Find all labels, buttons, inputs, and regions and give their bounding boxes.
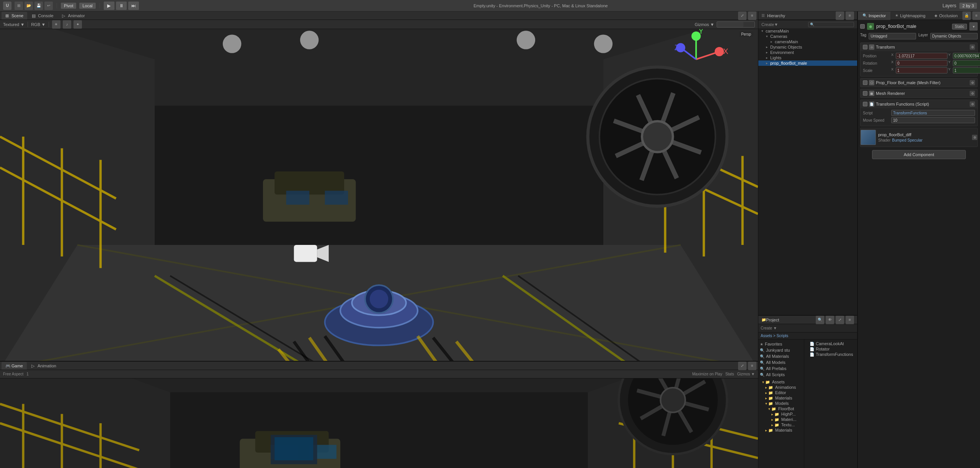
mesh-filter-btns: ⚙ — [970, 80, 975, 85]
tree-materials2[interactable]: ▸ 📁 Materials — [758, 427, 804, 433]
tab-animator[interactable]: ▷ Animator — [58, 12, 89, 20]
hierarchy-item-cameras[interactable]: ▾ Cameras — [758, 34, 857, 39]
rot-x-input[interactable] — [896, 60, 947, 66]
rot-x-label: X — [891, 60, 895, 66]
project-maximize-btn[interactable]: ⤢ — [836, 316, 844, 324]
scene-fx-icon[interactable]: ✦ — [74, 20, 82, 29]
transform-functions-header[interactable]: 📄 Transform Functions (Script) ⚙ — [861, 100, 977, 108]
mesh-renderer-header[interactable]: ▦ Mesh Renderer ⚙ — [861, 89, 977, 98]
rot-y-input[interactable] — [953, 60, 980, 66]
assets-root[interactable]: ▾ 📁 Assets — [758, 379, 804, 385]
tree-models[interactable]: ▾ 📁 Models — [758, 401, 804, 406]
tab-scene[interactable]: ⊞ Scene — [2, 12, 27, 20]
tag-dropdown[interactable]: Untagged — [869, 33, 916, 39]
script-rotator[interactable]: 📄 Rotator — [806, 346, 856, 352]
transform-icon: ⊹ — [869, 44, 874, 50]
fav-junkyard[interactable]: 🔍 Junkyard stu — [758, 347, 804, 353]
transform-header[interactable]: ⊹ Transform ⚙ — [861, 43, 977, 51]
new-scene-icon[interactable]: ⊞ — [15, 2, 23, 10]
transform-checkbox[interactable] — [863, 45, 867, 49]
script-field-value[interactable]: TransformFunctions — [891, 110, 975, 116]
hierarchy-item-environment[interactable]: ▸ Environment — [758, 50, 857, 55]
scale-y-input[interactable] — [953, 67, 980, 73]
tree-editor[interactable]: ▸ 📁 Editor — [758, 390, 804, 395]
hierarchy-item-cameramain2[interactable]: ▸ cameraMain — [758, 39, 857, 44]
tree-highp[interactable]: ▸ 📁 HighP... — [758, 411, 804, 417]
scene-options-icon[interactable]: ≡ — [748, 11, 756, 20]
rgb-dropdown[interactable]: RGB ▼ — [31, 22, 46, 27]
mesh-filter-checkbox[interactable] — [863, 80, 867, 85]
scene-maximize-icon[interactable]: ⤢ — [738, 11, 746, 20]
tree-floorbot[interactable]: ▾ 📁 FloorBot — [758, 406, 804, 411]
project-create-btn[interactable]: Create ▼ — [761, 326, 777, 330]
scene-audio-icon[interactable]: ♪ — [63, 20, 71, 29]
fav-all-materials[interactable]: 🔍 All Materials — [758, 353, 804, 359]
undo-icon[interactable]: ↩ — [44, 2, 53, 10]
textured-dropdown[interactable]: Textured ▼ — [3, 22, 24, 27]
tree-materials[interactable]: ▸ 📁 Materials — [758, 395, 804, 401]
pause-button[interactable]: ⏸ — [116, 2, 127, 10]
pos-x-input[interactable] — [896, 53, 947, 59]
scene-viewport[interactable]: X Y Z Persp — [0, 21, 758, 361]
pivot-button[interactable]: Pivot — [61, 3, 76, 9]
hierarchy-item-cameraMain[interactable]: ▾ cameraMain — [758, 28, 857, 34]
inspector-options-btn[interactable]: ≡ — [972, 11, 980, 20]
tree-textu[interactable]: ▸ 📁 Textu... — [758, 422, 804, 427]
gizmos-button[interactable]: Gizmos ▼ — [695, 22, 714, 27]
tab-game[interactable]: 🎮 Game — [2, 362, 27, 370]
hierarchy-create-btn[interactable]: Create ▼ 🔍 — [758, 20, 857, 28]
step-button[interactable]: ⏭ — [128, 2, 139, 10]
project-eye-btn[interactable]: 👁 — [826, 316, 834, 324]
hierarchy-item-floorbot[interactable]: ▸ prop_floorBot_male — [758, 60, 857, 66]
tree-materi[interactable]: ▸ 📁 Materi... — [758, 417, 804, 422]
stats-btn[interactable]: Stats — [725, 372, 734, 376]
transform-functions-settings-btn[interactable]: ⚙ — [970, 101, 975, 107]
tree-animations[interactable]: ▸ 📁 Animations — [758, 385, 804, 390]
local-button[interactable]: Local — [79, 3, 95, 9]
mesh-filter-header[interactable]: ⬡ Prop_Floor Bot_male (Mesh Filter) ⚙ — [861, 78, 977, 87]
maximize-on-play-btn[interactable]: Maximize on Play — [692, 372, 722, 376]
free-aspect-label[interactable]: Free Aspect — [3, 372, 23, 376]
transform-functions-checkbox[interactable] — [863, 102, 867, 106]
tab-inspector[interactable]: 🔍 Inspector — [858, 11, 890, 20]
game-options-icon[interactable]: ≡ — [748, 362, 756, 370]
tab-occlusion[interactable]: ◈ Occlusion — [930, 11, 962, 20]
add-component-button[interactable]: Add Component — [872, 150, 966, 159]
mesh-filter-settings-btn[interactable]: ⚙ — [970, 80, 975, 85]
pos-y-input[interactable] — [953, 53, 980, 59]
mesh-renderer-settings-btn[interactable]: ⚙ — [970, 91, 975, 96]
layer-dropdown[interactable]: Dynamic Objects — [930, 33, 978, 39]
game-gizmos-btn[interactable]: Gizmos ▼ — [737, 372, 755, 376]
static-dropdown[interactable]: Static — [952, 24, 967, 29]
tab-animation[interactable]: ▷ Animation — [28, 362, 60, 370]
inspector-icon: 🔍 — [862, 13, 867, 18]
pos-y-label: Y — [948, 53, 952, 59]
static-arrow-icon[interactable]: ▾ — [969, 22, 978, 31]
scale-x-input[interactable] — [896, 67, 947, 73]
material-settings-btn[interactable]: ⚙ — [972, 135, 977, 140]
mesh-renderer-checkbox[interactable] — [863, 91, 867, 96]
script-transformfunctions[interactable]: 📄 TransformFunctions — [806, 352, 856, 357]
fav-all-scripts[interactable]: 🔍 All Scripts — [758, 372, 804, 378]
game-maximize-icon[interactable]: ⤢ — [738, 362, 746, 370]
open-icon[interactable]: 📂 — [24, 2, 33, 10]
project-search-btn[interactable]: 🔍 — [816, 316, 824, 324]
hierarchy-item-dynamic[interactable]: ▸ Dynamic Objects — [758, 44, 857, 50]
hierarchy-maximize-btn[interactable]: ⤢ — [836, 11, 844, 20]
play-button[interactable]: ▶ — [104, 2, 114, 10]
fav-all-models[interactable]: 🔍 All Models — [758, 359, 804, 365]
hierarchy-item-lights[interactable]: ▸ Lights — [758, 55, 857, 60]
inspector-lock-btn[interactable]: 🔒 — [962, 11, 971, 20]
object-active-checkbox[interactable] — [860, 24, 865, 29]
script-cameralookat[interactable]: 📄 CameraLookAt — [806, 341, 856, 346]
project-options-btn[interactable]: ≡ — [846, 316, 854, 324]
save-icon[interactable]: 💾 — [34, 2, 43, 10]
scene-light-icon[interactable]: ☀ — [52, 20, 60, 29]
fav-all-prefabs[interactable]: 🔍 All Prefabs — [758, 365, 804, 372]
hierarchy-options-btn[interactable]: ≡ — [846, 11, 854, 20]
layers-dropdown[interactable]: 2 by 3 — [959, 3, 977, 9]
transform-settings-btn[interactable]: ⚙ — [970, 44, 975, 50]
tab-console[interactable]: ▤ Console — [28, 12, 57, 20]
tab-lightmapping[interactable]: ☀ Lightmapping — [890, 11, 930, 20]
move-speed-input[interactable] — [891, 117, 975, 123]
